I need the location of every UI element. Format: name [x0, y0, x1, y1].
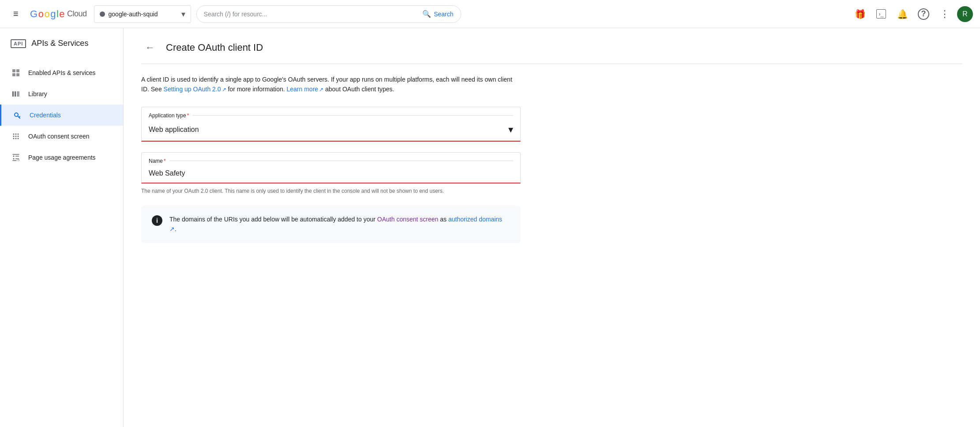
consent-icon — [11, 131, 21, 142]
grid-icon — [11, 67, 21, 78]
svg-point-14 — [18, 134, 19, 135]
project-name: google-auth-squid — [109, 11, 178, 18]
svg-point-10 — [13, 138, 15, 139]
svg-point-17 — [13, 156, 15, 157]
application-type-label-line: Application type* — [149, 112, 513, 119]
sidebar-title: APIs & Services — [31, 39, 88, 48]
svg-rect-5 — [15, 91, 16, 97]
logo-o2: o — [44, 8, 49, 20]
main-layout: API APIs & Services Enabled APIs & servi… — [0, 28, 980, 427]
logo-o1: o — [38, 8, 44, 20]
top-navigation: ☰ Google Cloud google-auth-squid ▾ Searc… — [0, 0, 980, 28]
search-placeholder-text: Search (/) for resourc... — [204, 11, 419, 18]
svg-point-8 — [13, 134, 15, 135]
sidebar-item-oauth-consent-label: OAuth consent screen — [28, 133, 90, 140]
description-text-part2: for more information. — [226, 86, 287, 93]
sidebar-navigation: Enabled APIs & services Library — [0, 59, 123, 168]
user-avatar[interactable]: R — [957, 6, 973, 22]
nav-icons: 🎁 ›_ 🔔 ? ⋮ R — [851, 5, 973, 23]
application-type-required: * — [187, 112, 189, 119]
info-text-part3: . — [175, 225, 176, 232]
sidebar-item-page-usage[interactable]: Page usage agreements — [0, 147, 123, 168]
search-icon: 🔍 — [422, 10, 431, 18]
name-field: Name* The name of your OAuth 2.0 client.… — [141, 152, 521, 195]
sidebar-header: API APIs & Services — [0, 39, 123, 59]
hamburger-icon: ☰ — [13, 11, 19, 17]
svg-rect-2 — [12, 73, 15, 76]
key-icon — [12, 110, 23, 120]
cloud-text: Cloud — [67, 9, 87, 19]
svg-point-16 — [18, 138, 19, 139]
svg-rect-3 — [16, 73, 19, 76]
api-badge: API — [11, 39, 26, 48]
logo-g2: g — [50, 8, 56, 20]
info-box-text: The domains of the URIs you add below wi… — [169, 214, 510, 234]
svg-point-18 — [13, 158, 15, 160]
select-dropdown-arrow: ▾ — [508, 124, 513, 135]
description-text-part3: about OAuth client types. — [323, 86, 394, 93]
sidebar-item-library-label: Library — [28, 90, 47, 97]
learn-more-link[interactable]: Learn more↗ — [287, 86, 324, 93]
form-section: Application type* Web application ▾ Name… — [141, 107, 521, 243]
ext-link-icon-2: ↗ — [319, 86, 323, 93]
page-title: Create OAuth client ID — [166, 42, 263, 53]
help-icon: ? — [918, 8, 929, 20]
application-type-select[interactable]: Web application ▾ — [149, 122, 513, 137]
project-selector[interactable]: google-auth-squid ▾ — [94, 5, 191, 23]
svg-point-9 — [13, 136, 15, 137]
svg-rect-6 — [17, 91, 19, 97]
ext-link-icon-1: ↗ — [222, 86, 226, 93]
name-label-line: Name* — [149, 158, 513, 164]
help-button[interactable]: ? — [915, 5, 932, 23]
logo-g: G — [30, 8, 38, 20]
main-content: ← Create OAuth client ID A client ID is … — [124, 28, 980, 427]
authorized-domains-ext-icon: ↗ — [169, 225, 175, 232]
sidebar-item-library[interactable]: Library — [0, 83, 123, 105]
svg-rect-4 — [12, 91, 14, 97]
description-text: A client ID is used to identify a single… — [141, 75, 521, 94]
hamburger-menu-button[interactable]: ☰ — [7, 5, 25, 23]
project-dot-icon — [100, 11, 105, 17]
name-label: Name — [149, 158, 163, 164]
more-options-button[interactable]: ⋮ — [936, 5, 954, 23]
application-type-label: Application type — [149, 112, 186, 119]
info-icon: i — [152, 215, 162, 226]
terminal-button[interactable]: ›_ — [872, 5, 890, 23]
project-dropdown-icon: ▾ — [181, 9, 185, 19]
bell-icon: 🔔 — [897, 9, 908, 19]
svg-point-12 — [15, 136, 17, 137]
name-required: * — [164, 158, 166, 164]
oauth-consent-screen-link[interactable]: OAuth consent screen — [377, 216, 439, 223]
sidebar-item-enabled-apis[interactable]: Enabled APIs & services — [0, 62, 123, 83]
info-text-part2: as — [438, 216, 448, 223]
notifications-button[interactable]: 🔔 — [894, 5, 911, 23]
back-button[interactable]: ← — [141, 39, 159, 56]
application-type-container: Application type* Web application ▾ — [141, 107, 521, 142]
name-input[interactable] — [149, 168, 513, 179]
svg-rect-0 — [12, 69, 15, 72]
sidebar-item-oauth-consent[interactable]: OAuth consent screen — [0, 126, 123, 147]
sidebar-item-credentials[interactable]: Credentials — [0, 105, 123, 126]
application-type-field: Application type* Web application ▾ — [141, 107, 521, 142]
terminal-icon: ›_ — [876, 9, 886, 19]
more-icon: ⋮ — [940, 8, 950, 20]
sidebar: API APIs & Services Enabled APIs & servi… — [0, 28, 124, 427]
sidebar-item-page-usage-label: Page usage agreements — [28, 154, 96, 161]
gift-button[interactable]: 🎁 — [851, 5, 869, 23]
application-type-value: Web application — [149, 126, 199, 134]
logo-l: l — [56, 8, 58, 20]
svg-rect-1 — [16, 69, 19, 72]
google-cloud-logo[interactable]: Google Cloud — [30, 8, 87, 20]
name-container: Name* — [141, 152, 521, 184]
search-button[interactable]: 🔍 Search — [422, 10, 453, 18]
back-arrow-icon: ← — [145, 42, 155, 53]
search-bar[interactable]: Search (/) for resourc... 🔍 Search — [196, 5, 461, 23]
svg-point-13 — [15, 138, 17, 139]
sidebar-item-enabled-apis-label: Enabled APIs & services — [28, 69, 96, 76]
setting-up-oauth-link[interactable]: Setting up OAuth 2.0↗ — [164, 86, 226, 93]
name-hint: The name of your OAuth 2.0 client. This … — [141, 187, 521, 195]
page-usage-icon — [11, 152, 21, 163]
avatar-letter: R — [962, 10, 968, 18]
info-box: i The domains of the URIs you add below … — [141, 206, 521, 243]
search-button-label: Search — [434, 11, 453, 18]
